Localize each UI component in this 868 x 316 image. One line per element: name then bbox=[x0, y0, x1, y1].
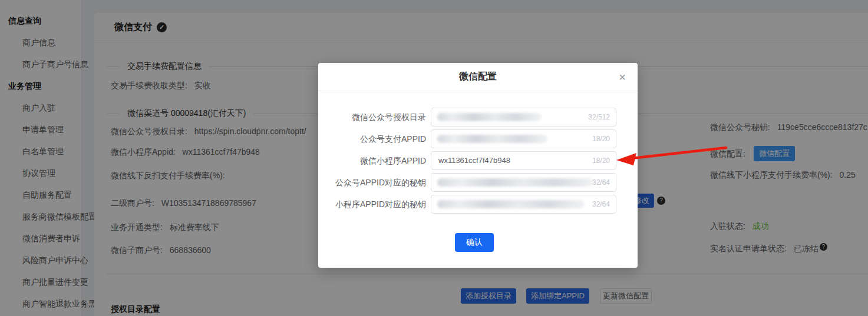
masked-value bbox=[437, 113, 542, 121]
confirm-button[interactable]: 确认 bbox=[455, 233, 494, 252]
wechat-config-dialog: 微信配置 × 微信公众号授权目录 32/512 公众号支付APPID 18/20… bbox=[318, 63, 638, 268]
dialog-field-miniprogram-appid-secret: 小程序APPID对应的秘钥 32/64 bbox=[318, 195, 638, 214]
masked-value bbox=[437, 135, 547, 143]
masked-value bbox=[437, 200, 585, 208]
masked-value bbox=[437, 178, 593, 187]
dialog-title: 微信配置 bbox=[459, 71, 497, 83]
public-appid-secret-input[interactable]: 32/64 bbox=[431, 173, 616, 192]
dialog-field-miniprogram-appid: 微信小程序APPID wx11361ccf7f47b948 18/20 bbox=[318, 151, 638, 170]
public-pay-appid-input[interactable]: 18/20 bbox=[431, 129, 616, 148]
dialog-field-public-appid-secret: 公众号APPID对应的秘钥 32/64 bbox=[318, 173, 638, 192]
dialog-field-auth-directory: 微信公众号授权目录 32/512 bbox=[318, 108, 638, 127]
miniprogram-appid-input[interactable]: wx11361ccf7f47b948 18/20 bbox=[431, 151, 616, 170]
dialog-field-public-pay-appid: 公众号支付APPID 18/20 bbox=[318, 129, 638, 148]
dialog-header: 微信配置 bbox=[318, 63, 638, 91]
miniprogram-appid-secret-input[interactable]: 32/64 bbox=[431, 195, 616, 214]
auth-directory-input[interactable]: 32/512 bbox=[431, 108, 616, 127]
close-icon[interactable]: × bbox=[619, 71, 626, 83]
